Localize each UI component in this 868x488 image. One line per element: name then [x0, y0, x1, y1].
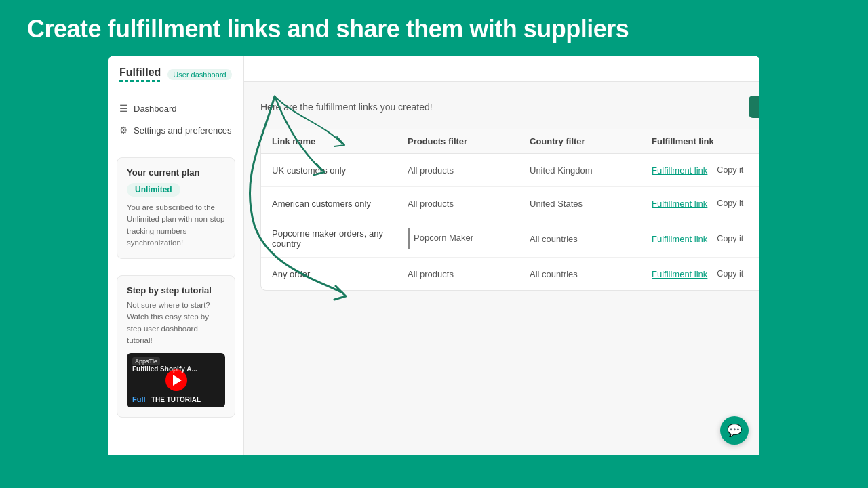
- row2-fulfillment-cell: Fulfillment link Copy it: [652, 197, 760, 209]
- main-content: S Yourstore.myshopify.com Here are the f…: [244, 56, 760, 455]
- tutorial-title: Step by step tutorial: [127, 285, 225, 296]
- table-row: UK customers only All products United Ki…: [261, 154, 760, 187]
- table-row: Any order All products All countries Ful…: [261, 258, 760, 290]
- plan-card-title: Your current plan: [127, 167, 225, 178]
- plan-description: You are subscribed to the Unlimited plan…: [127, 202, 225, 249]
- sidebar-item-settings[interactable]: ⚙ Settings and preferences: [108, 119, 243, 141]
- row4-fulfillment-link[interactable]: Fulfillment link: [652, 269, 707, 279]
- row1-country-filter: United Kingdom: [530, 165, 652, 176]
- content-area: Here are the fulfillment links you creat…: [244, 82, 760, 455]
- row1-fulfillment-cell: Fulfillment link Copy it: [652, 164, 760, 176]
- col-products-filter: Products filter: [408, 136, 530, 146]
- content-header: Here are the fulfillment links you creat…: [260, 96, 760, 118]
- sidebar-logo-group: Fulfilled: [119, 66, 161, 82]
- row2-country-filter: United States: [530, 199, 652, 209]
- row1-link-name: UK customers only: [272, 165, 408, 176]
- topbar: S Yourstore.myshopify.com: [244, 56, 760, 82]
- hero-banner: Create fulfillment links and share them …: [0, 0, 868, 56]
- plan-badge: Unlimited: [127, 183, 180, 197]
- row1-fulfillment-link[interactable]: Fulfillment link: [652, 165, 707, 176]
- settings-icon: ⚙: [119, 125, 128, 136]
- chat-bubble-button[interactable]: 💬: [720, 416, 749, 445]
- tutorial-card: Step by step tutorial Not sure where to …: [117, 275, 235, 418]
- video-thumbnail[interactable]: AppsTle Fulfilled Shopify A... Full THE …: [127, 353, 225, 407]
- sidebar-item-dashboard[interactable]: ☰ Dashboard: [108, 98, 243, 119]
- table-header: Link name Products filter Country filter…: [261, 129, 760, 154]
- appstle-badge: AppsTle: [132, 357, 160, 365]
- row2-fulfillment-link[interactable]: Fulfillment link: [652, 199, 707, 209]
- dashboard-icon: ☰: [119, 103, 128, 114]
- video-title: Fulfilled Shopify A...: [132, 365, 220, 373]
- sidebar-badge: User dashboard: [167, 69, 231, 80]
- row1-products-filter: All products: [408, 165, 530, 176]
- row3-link-name: Popcorne maker orders, any country: [272, 228, 408, 249]
- row3-fulfillment-cell: Fulfillment link Copy it: [652, 232, 760, 245]
- row4-fulfillment-cell: Fulfillment link Copy it: [652, 268, 760, 280]
- row3-country-filter: All countries: [530, 234, 652, 244]
- sidebar: Fulfilled User dashboard ☰ Dashboard ⚙ S…: [108, 56, 244, 455]
- row2-link-name: American customers only: [272, 199, 408, 209]
- plan-card: Your current plan Unlimited You are subs…: [117, 157, 235, 259]
- table-row: Popcorne maker orders, any country Popco…: [261, 220, 760, 258]
- row3-products-filter: Popcorn Maker: [408, 228, 530, 249]
- sidebar-header: Fulfilled User dashboard: [108, 56, 243, 89]
- create-fulfillment-link-button[interactable]: Create a new fulfillment link +: [749, 96, 760, 118]
- row4-products-filter: All products: [408, 269, 530, 279]
- row4-country-filter: All countries: [530, 269, 652, 279]
- row2-copy-button[interactable]: Copy it: [714, 197, 746, 209]
- tutorial-description: Not sure where to start? Watch this easy…: [127, 300, 225, 346]
- table-row: American customers only All products Uni…: [261, 187, 760, 220]
- content-header-text: Here are the fulfillment links you creat…: [260, 102, 433, 113]
- sidebar-item-settings-label: Settings and preferences: [134, 125, 232, 136]
- hero-title: Create fulfillment links and share them …: [27, 15, 629, 43]
- chat-icon: 💬: [727, 423, 742, 438]
- video-subtitle: Full THE TUTORIAL: [132, 395, 201, 403]
- row2-products-filter: All products: [408, 199, 530, 209]
- col-link-name: Link name: [272, 136, 408, 146]
- row4-copy-button[interactable]: Copy it: [714, 268, 746, 280]
- col-country-filter: Country filter: [530, 136, 652, 146]
- fulfillment-table: Link name Products filter Country filter…: [260, 129, 760, 291]
- app-frame: Fulfilled User dashboard ☰ Dashboard ⚙ S…: [108, 56, 760, 455]
- sidebar-logo-underline: [119, 80, 160, 82]
- sidebar-nav: ☰ Dashboard ⚙ Settings and preferences: [108, 89, 243, 149]
- row1-copy-button[interactable]: Copy it: [714, 164, 746, 176]
- col-fulfillment-link: Fulfillment link: [652, 136, 760, 146]
- row3-fulfillment-link[interactable]: Fulfillment link: [652, 234, 707, 244]
- sidebar-logo: Fulfilled: [119, 66, 161, 79]
- row4-link-name: Any order: [272, 269, 408, 279]
- row3-copy-button[interactable]: Copy it: [714, 232, 746, 245]
- sidebar-item-dashboard-label: Dashboard: [134, 104, 177, 114]
